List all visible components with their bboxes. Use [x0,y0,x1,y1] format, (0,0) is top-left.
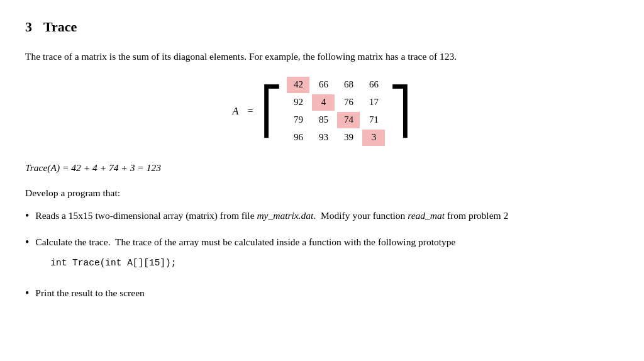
section-number: 3 [25,19,32,35]
matrix-label: A [233,106,239,117]
intro-paragraph: The trace of a matrix is the sum of its … [25,49,619,65]
bullet-text-2: Calculate the trace. The trace of the ar… [35,234,619,275]
develop-text: Develop a program that: [25,187,619,199]
bullet-list: • Reads a 15x15 two-dimensional array (m… [25,208,619,302]
matrix-cell-1-2: 76 [337,94,360,111]
trace-formula: Trace(A) = 42 + 4 + 74 + 3 = 123 [25,160,619,176]
bullet-text-1: Reads a 15x15 two-dimensional array (mat… [35,208,619,224]
matrix-cell-0-0: 42 [287,77,309,93]
matrix-cell-3-2: 39 [337,130,360,146]
matrix-cell-3-0: 96 [287,130,309,146]
matrix-cell-3-3: 3 [362,130,385,146]
bullet-item-2: • Calculate the trace. The trace of the … [25,234,619,275]
matrix-cell-2-1: 85 [312,112,335,128]
matrix-cell-3-1: 93 [312,130,335,146]
matrix-equals: = [245,106,255,117]
bullet-dot-3: • [25,285,29,301]
code-prototype: int Trace(int A[][15]); [50,256,619,271]
matrix-cell-0-3: 66 [362,77,385,93]
bracket-left: ⎡ [260,76,283,147]
filename-italic: my_matrix.dat [257,210,313,221]
bullet-dot-2: • [25,234,29,250]
matrix-cell-2-3: 71 [362,112,385,128]
bullet-item-3: • Print the result to the screen [25,285,619,301]
matrix-cell-2-0: 79 [287,112,309,128]
bullet-dot-1: • [25,208,29,224]
readmat-italic: read_mat [408,210,445,221]
section-title: Trace [43,19,77,35]
bracket-right: ⎤ [389,76,411,147]
matrix-cell-2-2: 74 [337,112,360,128]
matrix-cell-0-2: 68 [337,77,360,93]
bullet-text-3: Print the result to the screen [35,285,619,301]
matrix-cell-1-1: 4 [312,94,335,111]
matrix-bracket-wrap: ⎡ 42 66 68 66 92 4 76 17 79 85 74 71 96 … [260,76,411,147]
matrix-container: A = ⎡ 42 66 68 66 92 4 76 17 79 85 74 71… [25,76,619,147]
section-heading: 3 Trace [25,19,619,35]
matrix-cell-1-0: 92 [287,94,309,111]
matrix-grid: 42 66 68 66 92 4 76 17 79 85 74 71 96 93… [286,76,386,147]
matrix-cell-0-1: 66 [312,77,335,93]
matrix-cell-1-3: 17 [362,94,385,111]
bullet-item-1: • Reads a 15x15 two-dimensional array (m… [25,208,619,224]
